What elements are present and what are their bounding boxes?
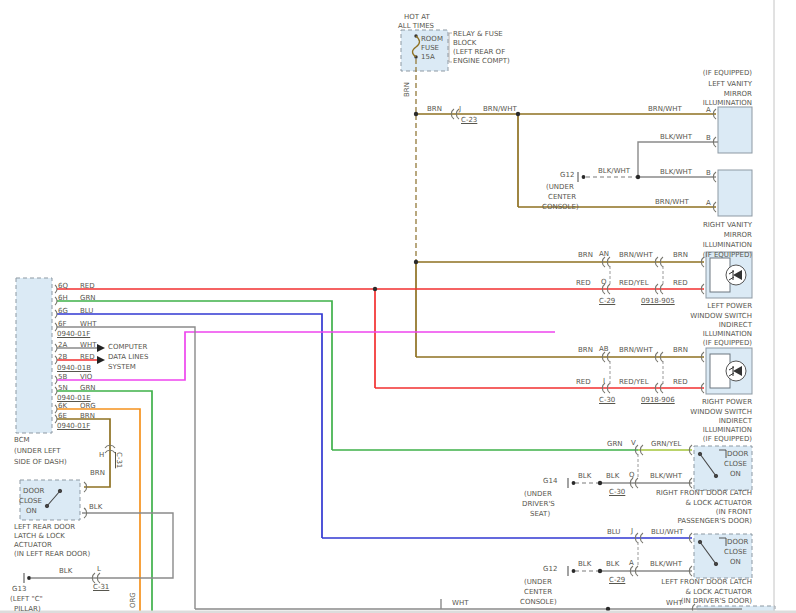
lf-latch-label-2: & LOCK ACTUATOR [686,589,752,596]
lf-latch-label-1: LEFT FRONT DOOR LATCH [661,579,752,586]
bcm-connector-label-3: 0940-01E [57,395,91,402]
ground-g13-label: G13 [12,586,26,593]
wire-label-brn-vert: BRN [404,82,411,97]
wire-label-brn: BRN [578,252,593,259]
fuse-rating: 15A [421,54,435,61]
ground-g12-label: G12 [543,566,557,573]
connector-0918-905: 0918-905 [641,298,675,305]
bcm-pin-color: GRN [80,385,96,392]
terminal-b: B [706,170,711,177]
ground-g12-label: G12 [560,172,574,179]
ground-g14-label: G14 [543,478,557,485]
bcm-pin-id: 2B [58,354,67,361]
wire-gray-dashed [575,177,636,571]
bcm-pin-color: VIO [80,374,92,381]
rf-latch-label-4: PASSENGER'S DOOR) [678,518,752,525]
bcm-pin-id: 6K [58,403,67,410]
bcm-pin-id: 6Q [58,283,68,290]
wire-label-grn: GRN [607,441,623,448]
lr-latch-label-3: ACTUATOR [14,542,52,549]
right-vanity-label-4: (IF EQUIPPED) [703,252,752,259]
ground-g14-loc-2: DRIVER'S [522,501,555,508]
wire-label-brnwht: BRN/WHT [619,347,653,354]
connector-c31: C-31 [93,584,109,591]
left-pw-label-2: WINDOW SWITCH [690,313,752,320]
right-pw-label-1: RIGHT POWER [702,399,752,406]
wire-label-red: RED [576,379,591,386]
bcm-connector-label-4: 0940-01F [57,423,90,430]
wire-label-blk: BLK [606,561,619,568]
bcm-pin-color: RED [80,354,95,361]
terminal-h: H [99,452,104,459]
left-pw-label-3: INDIRECT [719,322,752,329]
wire-label-org-vert: ORG [130,592,137,608]
connector-c23: C-23 [461,117,477,124]
left-pw-label-4: ILLUMINATION [703,331,752,338]
wire-label-brnwht: BRN/WHT [483,106,517,113]
right-vanity-label-1: RIGHT VANITY [703,222,752,229]
wire-label-bluwht: BLU/WHT [651,529,683,536]
door-close-label-3: ON [730,471,741,478]
all-times-label: ALL TIMES [398,23,434,30]
door-close-label-1: DOOR [727,451,748,458]
wire-label-brn: BRN [673,252,688,259]
door-close-label-2: CLOSE [19,498,42,505]
left-pw-label-5: (IF EQUIPPED) [703,340,752,347]
wire-label-brnwht: BRN/WHT [648,106,682,113]
left-vanity-label-2: LEFT VANITY [708,81,752,88]
bcm-pin-color: BRN [80,413,95,420]
bcm-pin-color: WHT [80,321,96,328]
fuse-name-1: ROOM [421,36,443,43]
wire-label-blkwht: BLK/WHT [650,473,682,480]
terminal-a: A [629,560,634,567]
bcm-connector-label-1: 0940-01F [57,331,90,338]
bcm-pin-color: GRN [80,295,96,302]
computer-note-3: SYSTEM [108,364,136,371]
door-close-label-3: ON [730,559,741,566]
relay-block-3: (LEFT REAR OF [453,49,505,56]
terminal-q: Q [629,472,635,479]
terminal-o: O [601,279,607,286]
wire-label-red: RED [673,280,688,287]
wire-label-wht: WHT [452,600,468,607]
computer-data-arrow-2 [97,356,105,364]
wire-label-blkwht: BLK/WHT [598,168,630,175]
wire-label-red: RED [673,379,688,386]
terminal-ab: AB [599,346,609,353]
bcm-pin-color: RED [80,283,95,290]
bcm-pin-id: 5N [58,385,68,392]
bcm-pin-id: 5B [58,374,67,381]
door-close-label-1: DOOR [727,539,748,546]
wire-label-red: RED [576,280,591,287]
wiring-diagram: HOT AT ALL TIMES ROOM FUSE 15A RELAY & F… [0,0,796,613]
terminal-a: A [706,107,711,114]
ground-g13-loc-1: (LEFT "C" [10,596,43,603]
junction-dots [373,112,640,611]
left-vanity-label-1: (IF EQUIPPED) [703,70,752,77]
wire-label-brn: BRN [90,470,105,477]
lr-latch-label-4: (IN LEFT REAR DOOR) [14,551,90,558]
connector-0918-906: 0918-906 [641,397,675,404]
computer-data-arrow-1 [97,344,105,352]
ground-g12-loc-2: CENTER [548,194,576,201]
wire-label-brnwht: BRN/WHT [655,199,689,206]
bcm-pin-color: BLU [80,308,93,315]
ground-g14-loc-1: (UNDER [524,491,552,498]
right-pw-label-4: ILLUMINATION [703,427,752,434]
bcm-connector-label-2: 0940-01B [57,365,91,372]
bcm-pin-id: 6E [58,413,67,420]
rf-latch-label-1: RIGHT FRONT DOOR LATCH [656,490,752,497]
relay-block-1: RELAY & FUSE [453,31,503,38]
terminal-b: B [706,135,711,142]
connector-c31-vert: C-31 [115,452,122,468]
wire-label-blk: BLK [578,561,591,568]
wire-label-grnyel: GRN/YEL [651,441,681,448]
left-pw-label-1: LEFT POWER [707,303,752,310]
connector-c30: C-30 [599,397,615,404]
ground-g14-loc-3: SEAT) [530,511,550,518]
computer-note-1: COMPUTER [108,344,147,351]
bcm-name: BCM [14,437,30,444]
terminal-j: J [631,528,633,535]
terminal-j: J [459,106,461,113]
wire-label-brn: BRN [578,347,593,354]
